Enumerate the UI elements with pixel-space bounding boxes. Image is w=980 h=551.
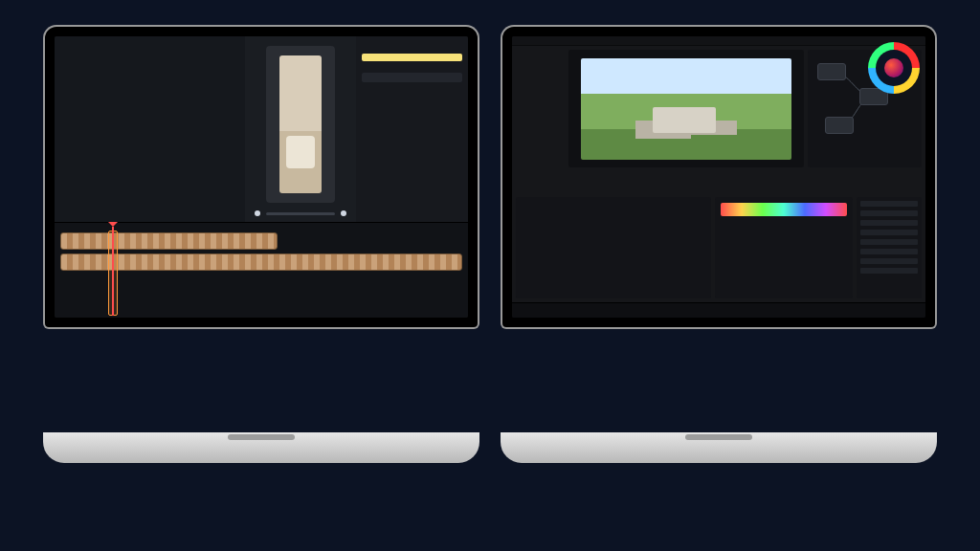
laptop-bases	[0, 432, 980, 463]
capcut-preview-frame	[279, 55, 322, 193]
capcut-laptop-base	[43, 432, 479, 463]
capcut-track-1[interactable]	[60, 232, 278, 250]
capcut-blend-slider[interactable]	[362, 73, 462, 82]
davinci-curves-panel	[715, 197, 854, 298]
davinci-clip-strip[interactable]	[512, 169, 925, 194]
fullscreen-icon[interactable]	[341, 210, 346, 216]
capcut-tracks[interactable]	[55, 231, 468, 318]
capcut-toolbar	[55, 36, 245, 48]
capcut-laptop	[43, 25, 479, 329]
capcut-media-panel	[55, 36, 245, 222]
davinci-color-wheels	[516, 197, 711, 298]
page-title	[0, 0, 980, 21]
capcut-tip-note	[362, 54, 462, 61]
capcut-player[interactable]	[266, 46, 336, 203]
davinci-hue-strip[interactable]	[721, 203, 848, 216]
capcut-player-panel	[245, 36, 357, 222]
capcut-screen	[55, 36, 468, 318]
davinci-page-tabs[interactable]	[512, 302, 925, 318]
capcut-player-label	[245, 36, 357, 44]
capcut-timeline	[55, 222, 468, 318]
davinci-laptop	[501, 25, 937, 329]
davinci-logo-icon	[868, 42, 920, 94]
davinci-screen	[512, 36, 925, 318]
capcut-playhead[interactable]	[112, 227, 114, 316]
davinci-node[interactable]	[825, 117, 854, 134]
footer-credit	[0, 513, 980, 551]
davinci-node[interactable]	[817, 63, 846, 80]
davinci-bezel	[501, 25, 937, 329]
davinci-right-panel	[857, 197, 922, 298]
capcut-inspector	[356, 36, 468, 222]
capcut-scrubber[interactable]	[266, 212, 336, 215]
capcut-bezel	[43, 25, 479, 329]
davinci-preview-frame	[581, 58, 791, 160]
play-icon[interactable]	[255, 210, 260, 216]
capcut-track-2[interactable]	[60, 253, 462, 271]
capcut-style-grid	[55, 48, 245, 222]
comparison-row	[0, 21, 980, 329]
davinci-menubar[interactable]	[512, 36, 925, 46]
davinci-viewer[interactable]	[568, 50, 804, 167]
capcut-transport[interactable]	[255, 209, 347, 218]
davinci-gallery	[516, 50, 565, 167]
davinci-laptop-base	[501, 432, 937, 463]
